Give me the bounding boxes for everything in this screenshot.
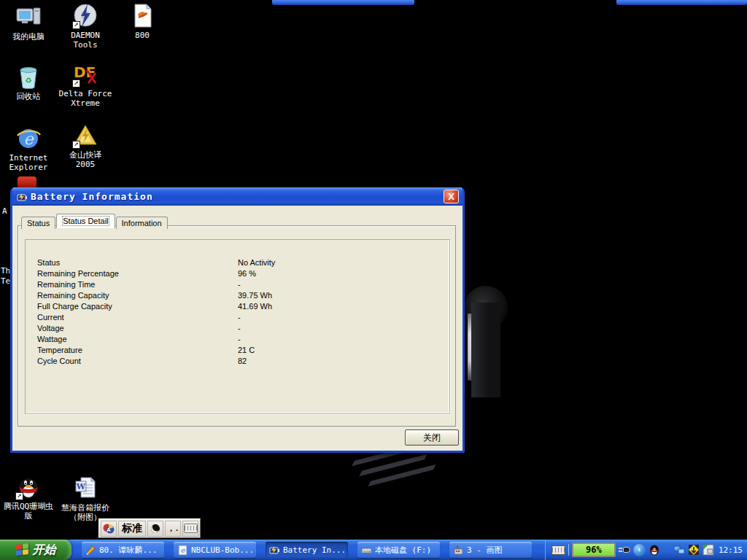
status-row: Current- bbox=[37, 311, 442, 322]
partial-window-edge bbox=[616, 0, 747, 5]
battery-status-groupbox: StatusNo Activity Remaining Percentage96… bbox=[25, 239, 450, 414]
ac-plug-icon[interactable] bbox=[619, 546, 630, 553]
fullwidth-toggle-button[interactable] bbox=[147, 521, 163, 537]
row-value: - bbox=[238, 335, 241, 343]
taskbar-button-label: Battery In... bbox=[283, 545, 346, 555]
label-fragment: Th bbox=[1, 266, 10, 276]
taskbar-button-label: 3 - 画图 bbox=[467, 545, 503, 556]
svg-text:e: e bbox=[23, 130, 34, 148]
start-button[interactable]: 开始 bbox=[0, 540, 71, 560]
desktop-icon-label: 腾讯QQ珊瑚虫 bbox=[0, 502, 57, 511]
svg-text:♻: ♻ bbox=[26, 74, 32, 85]
desktop-icon-800[interactable]: 800 bbox=[114, 3, 171, 40]
hidden-desktop-icon bbox=[18, 176, 36, 188]
app-tray-icon[interactable] bbox=[703, 544, 714, 556]
status-row: Voltage- bbox=[37, 322, 442, 333]
punctuation-toggle-button[interactable]: ，. bbox=[165, 521, 181, 537]
label-fragment: A bbox=[2, 206, 7, 216]
qq-tray-icon[interactable] bbox=[649, 544, 660, 556]
keyboard-tray-icon[interactable] bbox=[551, 545, 565, 555]
row-label: Cycle Count bbox=[37, 357, 238, 365]
ime-mode-button[interactable]: 标准 bbox=[118, 521, 146, 537]
row-value: 82 bbox=[238, 357, 247, 365]
shortcut-arrow-icon: ➚ bbox=[15, 492, 23, 500]
status-row: Remaining Capacity39.75 Wh bbox=[37, 289, 442, 300]
daemon-tools-icon: ➚ bbox=[72, 3, 98, 29]
desktop-icon-label: 慧海音箱报价 bbox=[57, 503, 114, 513]
desktop-icon-huihai-doc[interactable]: W 慧海音箱报价 （附图） bbox=[57, 475, 114, 522]
tab-status[interactable]: Status bbox=[21, 217, 55, 229]
kingsoft-icon: ➚ bbox=[72, 122, 98, 149]
shortcut-arrow-icon: ➚ bbox=[72, 79, 80, 88]
row-label: Remaining Percentage bbox=[37, 269, 238, 278]
qq-penguin-icon: ➚ bbox=[15, 474, 42, 500]
desktop-icon-label: 800 bbox=[114, 31, 171, 40]
desktop-icon-label: 金山快译 bbox=[57, 150, 114, 160]
ime-logo-icon[interactable]: A bbox=[101, 521, 117, 537]
status-row: Wattage- bbox=[37, 333, 442, 344]
tab-information[interactable]: Information bbox=[116, 217, 168, 229]
battery-percent-indicator[interactable]: 96% bbox=[572, 542, 616, 557]
row-value: 39.75 Wh bbox=[238, 291, 272, 300]
battery-information-window: Battery Information X Status Status Deta… bbox=[10, 187, 465, 453]
partial-window-edge bbox=[272, 0, 414, 5]
tab-status-detail[interactable]: Status Detail bbox=[56, 214, 115, 228]
desktop-icon-label2: 2005 bbox=[57, 160, 114, 169]
desktop-icon-label: Internet bbox=[0, 153, 57, 163]
tray-separator bbox=[568, 544, 569, 556]
row-label: Wattage bbox=[37, 335, 238, 343]
taskbar-button-label: 本地磁盘 (F:) bbox=[375, 545, 431, 556]
wallpaper-shape bbox=[468, 314, 471, 381]
taskbar-button-label: NBCLUB-Bob... bbox=[191, 545, 254, 555]
taskbar-button-label: 80. 谭咏麟... bbox=[99, 545, 157, 556]
row-value: - bbox=[238, 313, 241, 322]
label-fragment: Te bbox=[1, 276, 10, 286]
row-label: Status bbox=[37, 258, 238, 267]
media-icon bbox=[85, 545, 96, 556]
battery-icon bbox=[16, 191, 28, 203]
status-row: StatusNo Activity bbox=[37, 257, 442, 268]
desktop-icon-label2: Xtreme bbox=[57, 98, 114, 108]
svg-text:A: A bbox=[107, 526, 111, 533]
daemon-tray-icon[interactable] bbox=[688, 544, 700, 556]
taskbar-button-paint-group[interactable]: 3 - 画图 bbox=[449, 542, 532, 558]
window-titlebar[interactable]: Battery Information X bbox=[12, 187, 462, 206]
shortcut-arrow-icon: ➚ bbox=[72, 21, 80, 29]
desktop-icon-label: DAEMON Tools bbox=[57, 31, 114, 50]
soft-keyboard-button[interactable] bbox=[182, 521, 198, 537]
tray-clock[interactable]: 12:15 bbox=[717, 545, 743, 555]
taskbar-button-nbclub[interactable]: e NBCLUB-Bob... bbox=[174, 542, 256, 558]
desktop-icon-recycle-bin[interactable]: ♻ 回收站 bbox=[0, 64, 57, 101]
dialog-tabstrip: Status Status Detail Information bbox=[21, 214, 169, 228]
network-tray-icon[interactable] bbox=[673, 544, 685, 556]
row-label: Temperature bbox=[37, 346, 238, 354]
svg-text:W: W bbox=[76, 482, 86, 491]
system-tray: 96% ‹ 12:15 bbox=[545, 540, 747, 560]
ie-icon: e bbox=[15, 125, 42, 152]
desktop-icon-label2: 版 bbox=[0, 511, 57, 521]
status-row: Full Charge Capacity41.69 Wh bbox=[37, 300, 442, 311]
hide-icons-chevron[interactable]: ‹ bbox=[633, 544, 646, 556]
delta-force-icon: DF ➚ bbox=[72, 61, 98, 88]
taskbar-button-media[interactable]: 80. 谭咏麟... bbox=[82, 542, 164, 558]
desktop-icon-internet-explorer[interactable]: e Internet Explorer bbox=[0, 125, 57, 172]
status-row: Remaining Time- bbox=[37, 279, 442, 289]
crescent-moon-icon bbox=[150, 522, 162, 534]
desktop-icon-daemon-tools[interactable]: ➚ DAEMON Tools bbox=[57, 3, 114, 50]
desktop-icon-kingsoft[interactable]: ➚ 金山快译 2005 bbox=[57, 122, 114, 169]
window-title: Battery Information bbox=[31, 191, 153, 202]
drive-icon bbox=[361, 545, 372, 556]
desktop-icon-label: 我的电脑 bbox=[0, 32, 57, 42]
desktop-icon-label: Delta Force bbox=[57, 89, 114, 98]
desktop-icon-my-computer[interactable]: 我的电脑 bbox=[0, 4, 57, 42]
windows-flag-icon bbox=[16, 543, 29, 556]
desktop-icon-qq[interactable]: ➚ 腾讯QQ珊瑚虫 版 bbox=[0, 474, 57, 521]
my-computer-icon bbox=[15, 4, 42, 31]
taskbar-button-battery[interactable]: Battery In... bbox=[266, 542, 348, 558]
close-window-button[interactable]: X bbox=[444, 190, 459, 203]
dialog-close-button[interactable]: 关闭 bbox=[405, 429, 459, 446]
taskbar-button-local-disk[interactable]: 本地磁盘 (F:) bbox=[357, 542, 440, 558]
row-value: No Activity bbox=[238, 258, 275, 267]
desktop-icon-delta-force[interactable]: DF ➚ Delta Force Xtreme bbox=[57, 61, 114, 108]
document-icon bbox=[129, 3, 155, 29]
